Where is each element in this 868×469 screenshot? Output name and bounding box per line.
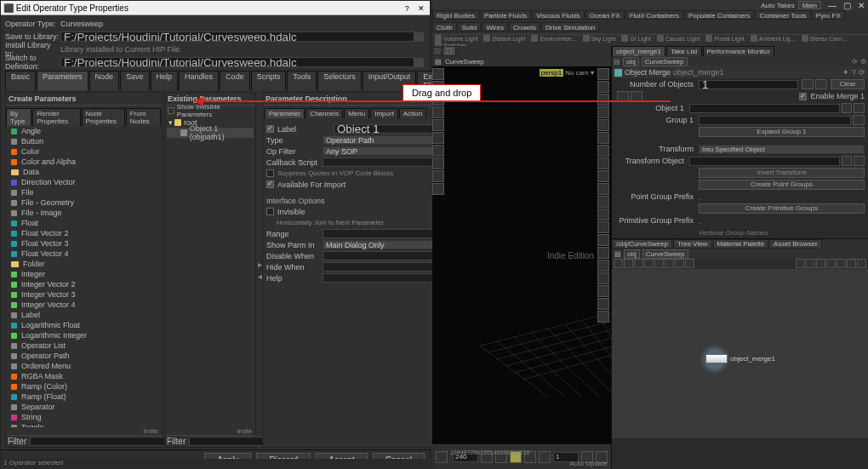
shelf-tab-populate-containers[interactable]: Populate Containers [684,10,755,20]
net-tool-7[interactable] [675,259,684,268]
vp-disp-1[interactable] [597,68,609,80]
net-tool-r2[interactable] [806,259,815,268]
vp-tool-render[interactable] [432,183,444,195]
transformobject-chooser-icon[interactable] [854,156,865,166]
create-primgroups-button[interactable]: Create Primitive Groups [699,203,865,214]
vp-disp-8[interactable] [597,157,609,169]
switch-to-input[interactable] [60,57,414,67]
viewport-canvas[interactable]: persp1No cam ▾ Indie Edition [446,66,597,443]
shelf-tool-volume-light[interactable]: Volume Light [432,35,481,42]
viewport-tab-plus-icon[interactable] [433,47,442,55]
pp-bc-cs[interactable]: CurveSweep [642,57,688,66]
take-dropdown[interactable]: Main [798,1,821,9]
pp-bc-obj[interactable]: obj [623,57,639,66]
net-tool-2[interactable] [624,259,633,268]
net-tool-4[interactable] [644,259,654,268]
window-close-icon[interactable]: ✕ [854,1,868,10]
cp-tab-from-nodes[interactable]: From Nodes [126,108,161,126]
shelf-tab-pyro-fx[interactable]: Pyro FX [812,10,845,20]
filter-input[interactable] [30,437,180,446]
auto-update-label[interactable]: Auto Update [570,460,608,467]
shelf-tool-caustic-light[interactable]: Caustic Light [654,35,703,42]
net-tool-r5[interactable] [837,259,846,268]
pp-bc-tool-2[interactable]: ⚙ [860,58,866,66]
transformobject-input[interactable] [689,157,840,166]
shelf-tab-viscous-fluids[interactable]: Viscous Fluids [532,10,584,20]
shelf-tool-ambient-lig-[interactable]: Ambient Lig... [748,35,799,42]
param-type-ramp-color-[interactable]: Ramp (Color) [6,381,162,392]
pd-tab-parameter[interactable]: Parameter [265,108,305,118]
viewport-bc-tool-icon[interactable]: ▤ [435,58,442,66]
param-type-logarithmic-integer[interactable]: Logarithmic Integer [6,330,162,340]
net-bc-obj[interactable]: obj [624,249,640,259]
vp-tool-handles[interactable] [432,132,444,144]
expand-group-button[interactable]: Expand Group 1 [699,127,865,137]
main-tab-help[interactable]: Help [151,71,179,90]
params-gear-icon[interactable]: ✦ [842,68,849,77]
param-type-separator[interactable]: Separator [6,402,162,412]
param-type-color-and-alpha[interactable]: Color and Alpha [6,157,162,167]
net-tab-tree-view[interactable]: Tree View [673,239,712,249]
main-tab-handles[interactable]: Handles [179,71,219,90]
vp-tool-select[interactable] [432,68,444,80]
param-type-float-vector-3[interactable]: Float Vector 3 [6,238,162,249]
pd-tab-channels[interactable]: Channels [306,108,343,118]
shelf-tool-stereo-cam-[interactable]: Stereo Cam... [799,35,850,42]
vp-disp-9[interactable] [597,170,609,182]
close-icon[interactable]: ✕ [415,4,427,13]
cp-tab-node-properties[interactable]: Node Properties [82,108,125,126]
vp-disp-17[interactable] [597,272,609,284]
shelf-tab-solid[interactable]: Solid [458,22,482,31]
param-type-integer[interactable]: Integer [6,269,162,279]
vp-disp-16[interactable] [597,260,609,272]
vp-disp-10[interactable] [597,183,609,195]
shelf-tool-gi-light[interactable]: GI Light [619,35,654,42]
net-bc-cs[interactable]: CurveSweep [642,249,688,259]
main-tab-code[interactable]: Code [220,71,250,90]
main-tab-selectors[interactable]: Selectors [317,71,362,90]
shelf-tab-wires[interactable]: Wires [482,22,507,31]
shelf-tool-environmen-[interactable]: Environmen... [528,35,580,42]
vp-disp-4[interactable] [597,106,609,118]
pp-bc-tool-1[interactable]: ⟳ [852,58,858,66]
shelf-tab-fluid-containers[interactable]: Fluid Containers [625,10,683,20]
net-tool-r3[interactable] [816,259,825,268]
enable-merge-checkbox[interactable] [799,93,807,100]
param-type-integer-vector-2[interactable]: Integer Vector 2 [6,279,162,289]
param-type-file[interactable]: File [6,187,162,197]
net-tool-8[interactable] [685,259,694,268]
param-type-rgba-mask[interactable]: RGBA Mask [6,371,162,381]
shelf-tool-distant-light[interactable]: Distant Light [481,35,528,42]
param-type-color[interactable]: Color [6,146,162,157]
param-type-file---image[interactable]: File - Image [6,208,162,218]
param-type-button[interactable]: Button [6,136,162,146]
param-type-float-vector-2[interactable]: Float Vector 2 [6,228,162,238]
param-type-string[interactable]: String [6,412,162,422]
param-type-ordered-menu[interactable]: Ordered Menu [6,361,162,371]
dialog-titlebar[interactable]: ⬛ Edit Operator Type Properties ? ✕ [1,1,430,15]
shelf-tool-portal-light[interactable]: Portal Light [703,35,747,42]
param-type-label[interactable]: Label [6,310,162,320]
object1-chooser-icon[interactable] [854,103,865,113]
net-tool-r4[interactable] [826,259,836,268]
tl-start-icon[interactable] [436,451,448,463]
main-tab-save[interactable]: Save [120,71,150,90]
net-tool-r1[interactable] [796,259,805,268]
switch-menu-icon[interactable] [414,58,424,67]
object1-input[interactable] [689,104,840,113]
param-type-angle[interactable]: Angle [6,126,162,136]
object1-oppath-icon[interactable] [842,103,853,113]
vp-disp-15[interactable] [597,247,609,259]
minimize-icon[interactable]: — [825,1,840,10]
main-tab-scripts[interactable]: Scripts [251,71,287,90]
numobjects-input[interactable] [699,80,798,89]
param-type-direction-vector[interactable]: Direction Vector [6,177,162,187]
net-tool-3[interactable] [634,259,643,268]
param-type-operator-list[interactable]: Operator List [6,340,162,351]
group1-input[interactable] [699,116,851,125]
net-tab-asset-browser[interactable]: Asset Browser [769,239,822,249]
shelf-tab-ocean-fx[interactable]: Ocean FX [585,10,625,20]
vp-disp-7[interactable] [597,145,609,157]
param-type-folder[interactable]: Folder [6,259,162,269]
main-tab-parameters[interactable]: Parameters [37,71,89,90]
